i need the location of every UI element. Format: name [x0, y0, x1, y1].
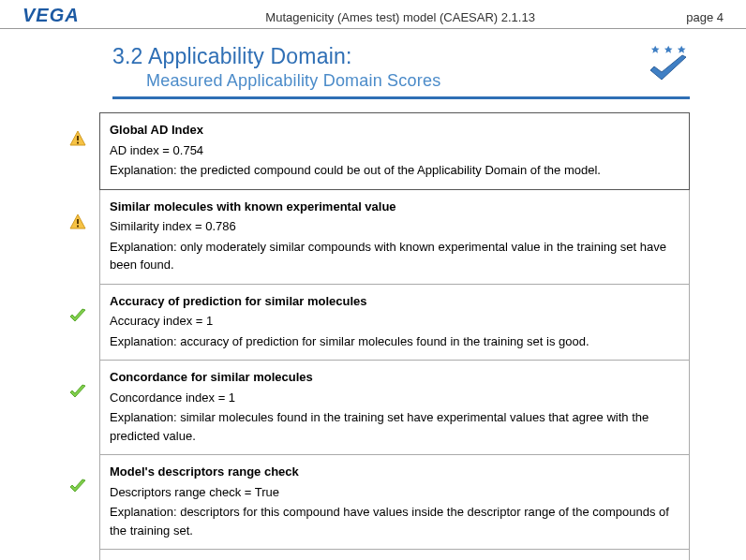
vega-logo: VEGA	[22, 6, 103, 26]
svg-rect-1	[77, 136, 79, 140]
ad-item-descriptors: Model's descriptors range check Descript…	[56, 461, 690, 555]
ad-item-value: Similarity index = 0.786	[110, 217, 679, 236]
page-number: page 4	[686, 10, 724, 26]
section-subtitle: Measured Applicability Domain Scores	[146, 71, 690, 91]
ad-item-value: Descriptors range check = True	[110, 483, 679, 502]
status-icon-cell	[56, 461, 99, 496]
model-title: Mutagenicity (Ames test) model (CAESAR) …	[114, 10, 686, 26]
section-title: 3.2 Applicability Domain:	[112, 44, 690, 69]
checkmark-icon	[67, 478, 88, 496]
ad-item-box: Global AD Index AD index = 0.754 Explana…	[99, 112, 690, 190]
ad-item-box: Similar molecules with known experimenta…	[99, 190, 690, 285]
ad-item-explanation: Explanation: only moderately similar com…	[110, 238, 679, 274]
section-number: 3.2	[112, 44, 143, 68]
checkmark-icon	[67, 307, 88, 326]
status-icon-cell	[56, 112, 99, 148]
checkmark-icon	[67, 383, 88, 402]
ad-item-concordance: Concordance for similar molecules Concor…	[56, 366, 690, 461]
ad-item-box: Accuracy of prediction for similar molec…	[99, 285, 690, 361]
ad-item-box: Concordance for similar molecules Concor…	[99, 361, 690, 455]
ad-item-similar: Similar molecules with known experimenta…	[56, 196, 690, 290]
ad-item-title: Model's descriptors range check	[110, 463, 679, 481]
ad-item-global: Global AD Index AD index = 0.754 Explana…	[56, 112, 690, 196]
status-icon-cell	[56, 366, 99, 402]
ad-item-value: Concordance index = 1	[110, 389, 679, 407]
svg-rect-2	[77, 142, 79, 144]
ad-item-title: Concordance for similar molecules	[110, 368, 679, 387]
status-icon-cell	[56, 555, 99, 560]
checkmark-big-icon	[650, 55, 686, 80]
svg-text:VEGA: VEGA	[22, 6, 80, 25]
ad-item-title: Global AD Index	[110, 121, 679, 140]
ad-item-accuracy: Accuracy of prediction for similar molec…	[56, 290, 690, 367]
section-heading: 3.2 Applicability Domain: Measured Appli…	[112, 44, 690, 99]
ad-item-explanation: Explanation: accuracy of prediction for …	[110, 332, 679, 351]
star-icon	[651, 46, 686, 53]
warning-icon	[68, 213, 87, 231]
ad-item-title: Accuracy of prediction for similar molec…	[110, 292, 679, 311]
ad-scores-list: Global AD Index AD index = 0.754 Explana…	[56, 112, 690, 560]
section-title-text: Applicability Domain:	[148, 44, 352, 68]
warning-icon	[68, 129, 87, 148]
ad-item-value: Accuracy index = 1	[110, 312, 679, 331]
ad-item-box: Model's descriptors range check Descript…	[99, 455, 690, 550]
ad-item-acf: Atom Centered Fragments similarity check…	[56, 555, 690, 560]
ad-item-explanation: Explanation: the predicted compound coul…	[110, 161, 679, 180]
svg-rect-4	[77, 225, 79, 227]
ad-item-explanation: Explanation: descriptors for this compou…	[110, 503, 679, 539]
svg-rect-3	[77, 219, 79, 224]
status-icon-cell	[56, 290, 99, 326]
page-header: VEGA Mutagenicity (Ames test) model (CAE…	[0, 0, 746, 29]
status-icon-cell	[56, 196, 99, 231]
ad-item-title: Similar molecules with known experimenta…	[110, 198, 679, 216]
ad-item-value: AD index = 0.754	[110, 141, 679, 160]
ad-item-explanation: Explanation: similar molecules found in …	[110, 408, 679, 445]
reliability-badge	[645, 44, 690, 85]
ad-item-box: Atom Centered Fragments similarity check…	[99, 550, 690, 560]
